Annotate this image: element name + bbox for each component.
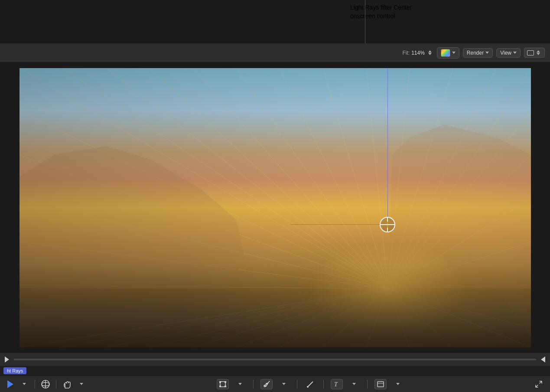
window-spinner-up[interactable]	[537, 50, 540, 52]
fit-value: 114%	[411, 50, 425, 56]
annotation-line2: onscreen control	[350, 13, 395, 20]
brush-tool-button[interactable]	[304, 379, 316, 389]
text-icon: T	[333, 381, 340, 388]
shape-chevron	[396, 383, 400, 385]
pen-tool-button[interactable]	[260, 379, 273, 389]
play-options-chevron	[23, 383, 26, 385]
light-rays-center-control[interactable]	[380, 217, 395, 232]
svg-text:T: T	[334, 381, 338, 388]
text-tool-button[interactable]: T	[331, 379, 343, 389]
play-options-button[interactable]	[18, 379, 30, 389]
fit-label: Fit:	[402, 50, 410, 56]
svg-rect-49	[225, 385, 226, 387]
orbit-tool-button[interactable]	[39, 379, 52, 389]
render-button[interactable]: Render	[463, 48, 493, 58]
timeline-track[interactable]	[14, 359, 536, 360]
transform-chevron	[238, 383, 242, 385]
window-mode-spinner[interactable]	[535, 49, 542, 56]
bottom-toolbar: T	[0, 376, 550, 392]
separator-2	[56, 380, 56, 389]
shape-options[interactable]	[392, 379, 404, 389]
shape-tool-button[interactable]	[374, 379, 387, 389]
timeline-start-marker[interactable]	[3, 356, 10, 363]
clip-strip: ht Rays	[0, 366, 550, 376]
pen-icon	[263, 380, 270, 388]
play-icon	[7, 380, 13, 388]
svg-rect-47	[225, 381, 226, 383]
svg-rect-48	[219, 385, 221, 387]
separator-1	[35, 380, 35, 389]
color-chip-icon	[441, 49, 450, 57]
hand-chevron	[80, 383, 83, 385]
svg-point-52	[307, 386, 309, 388]
expand-icon	[535, 380, 543, 388]
transform-icon	[219, 381, 226, 387]
color-lut-button[interactable]	[437, 47, 459, 59]
timeline-bar	[0, 353, 550, 366]
hand-icon	[62, 379, 72, 389]
pen-chevron	[282, 383, 286, 385]
fit-spinner[interactable]	[426, 49, 433, 56]
separator-3	[253, 380, 254, 389]
video-frame[interactable]	[20, 68, 531, 347]
window-spinner-down[interactable]	[537, 53, 540, 55]
text-options[interactable]	[348, 379, 360, 389]
separator-6	[367, 380, 368, 389]
bottom-center-controls: T	[88, 379, 533, 389]
svg-point-50	[266, 383, 267, 385]
view-label: View	[500, 50, 511, 56]
separator-5	[323, 380, 324, 389]
view-button[interactable]: View	[496, 48, 521, 58]
clip-label[interactable]: ht Rays	[3, 367, 26, 374]
text-chevron	[352, 383, 356, 385]
bottom-right-controls	[533, 379, 545, 389]
shape-icon	[377, 381, 384, 387]
window-icon	[527, 50, 534, 56]
play-button[interactable]	[5, 379, 16, 389]
fit-spinner-up[interactable]	[428, 50, 432, 52]
expand-button[interactable]	[533, 379, 545, 389]
brush-icon	[306, 380, 314, 388]
render-chevron	[485, 52, 489, 54]
svg-rect-46	[219, 381, 221, 383]
annotation-area: Light Rays filter Center onscreen contro…	[0, 0, 550, 43]
timeline-end-icon	[541, 356, 545, 363]
annotation-text: Light Rays filter Center onscreen contro…	[350, 3, 412, 20]
orbit-icon	[41, 379, 50, 389]
viewer-toolbar: Fit: 114% Render View	[0, 43, 550, 62]
window-mode-button[interactable]	[524, 48, 545, 58]
timeline-end-marker[interactable]	[540, 356, 547, 363]
separator-4	[297, 380, 297, 389]
color-lut-chevron	[452, 52, 456, 54]
transform-options[interactable]	[234, 379, 246, 389]
center-plus-icon	[384, 222, 391, 228]
hand-tool-options[interactable]	[75, 379, 88, 389]
bottom-left-controls	[5, 379, 88, 389]
dark-sides	[20, 68, 531, 347]
fit-spinner-down[interactable]	[428, 53, 432, 55]
pen-options[interactable]	[278, 379, 290, 389]
transform-box-button[interactable]	[217, 379, 229, 389]
svg-rect-54	[378, 382, 384, 387]
fit-control: Fit: 114%	[402, 49, 433, 56]
hand-tool-button[interactable]	[61, 379, 73, 389]
timeline-start-icon	[5, 356, 9, 363]
canvas-area	[0, 62, 550, 353]
annotation-line1: Light Rays filter Center	[350, 4, 412, 11]
render-label: Render	[467, 50, 484, 56]
view-chevron	[513, 52, 517, 54]
